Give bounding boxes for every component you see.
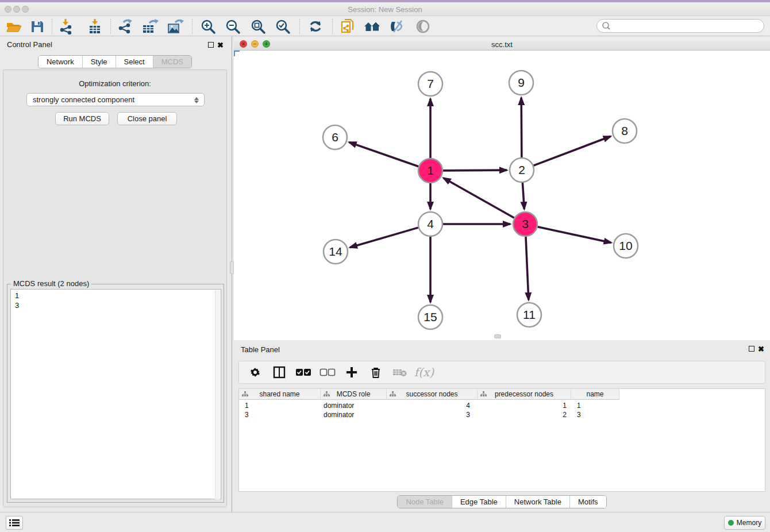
graph-edge-3-10[interactable] (537, 227, 611, 243)
float-panel-icon[interactable] (749, 346, 754, 352)
zoom-fit-icon[interactable] (248, 18, 268, 35)
import-network-icon[interactable] (56, 18, 76, 35)
close-panel-icon[interactable]: ✖ (217, 41, 224, 49)
table-panel-title: Table Panel (241, 345, 280, 354)
gear-icon[interactable] (247, 364, 263, 380)
deselect-all-checkboxes-icon[interactable] (319, 364, 336, 380)
table-row[interactable]: 1 dominator 4 1 1 (239, 401, 765, 410)
graph-edge-2-9[interactable] (521, 98, 522, 157)
zoom-in-icon[interactable] (198, 18, 218, 35)
cell-name[interactable]: 1 (577, 401, 581, 410)
graph-edge-1-2[interactable] (443, 170, 507, 171)
close-panel-button[interactable]: Close panel (117, 112, 177, 125)
graph-node-14[interactable]: 14 (324, 240, 348, 264)
graph-node-10[interactable]: 10 (614, 234, 638, 258)
graph-edge-3-1[interactable] (444, 178, 514, 218)
tab-select[interactable]: Select (116, 56, 153, 68)
column-header-name[interactable]: name (571, 389, 619, 400)
graph-node-3[interactable]: 3 (513, 212, 537, 236)
graph-node-11[interactable]: 11 (517, 303, 541, 327)
select-all-checkboxes-icon[interactable] (295, 364, 311, 380)
graph-edge-3-11[interactable] (526, 237, 529, 300)
search-input[interactable] (611, 20, 764, 32)
column-header-successor-nodes[interactable]: successor nodes (387, 389, 478, 400)
graph-edge-2-3[interactable] (522, 183, 524, 209)
tab-network[interactable]: Network (38, 56, 82, 68)
memory-label: Memory (737, 519, 761, 527)
open-session-icon[interactable] (3, 18, 23, 35)
cell-predecessor-nodes[interactable]: 2 (478, 410, 567, 419)
focus-corner (234, 51, 240, 56)
delete-column-icon[interactable] (368, 364, 384, 380)
splitter-grip[interactable] (230, 261, 234, 274)
table-row[interactable]: 3 dominator 3 2 3 (239, 410, 765, 419)
show-panels-icon[interactable] (413, 18, 433, 35)
cell-successor-nodes[interactable]: 4 (387, 401, 470, 410)
cell-predecessor-nodes[interactable]: 1 (478, 401, 567, 410)
horizontal-splitter-grip[interactable] (494, 334, 501, 338)
graph-node-15[interactable]: 15 (418, 305, 442, 329)
main-toolbar (0, 16, 770, 36)
save-session-icon[interactable] (28, 18, 47, 35)
control-panel: Control Panel ✖ Network Style Select MCD… (0, 36, 230, 512)
mcds-result-group: MCDS result (2 nodes) 1 3 (7, 284, 224, 503)
close-panel-icon[interactable]: ✖ (758, 345, 764, 353)
export-image-icon[interactable] (165, 18, 185, 35)
export-network-icon[interactable] (115, 18, 134, 35)
svg-text:4: 4 (427, 217, 434, 230)
control-panel-title: Control Panel (7, 40, 52, 49)
tab-mcds[interactable]: MCDS (153, 56, 191, 68)
tab-node-table[interactable]: Node Table (398, 496, 452, 508)
graph-node-2[interactable]: 2 (510, 158, 534, 182)
graph-node-7[interactable]: 7 (418, 72, 442, 96)
add-column-icon[interactable] (344, 364, 360, 380)
float-panel-icon[interactable] (208, 42, 214, 48)
graph-node-4[interactable]: 4 (418, 212, 442, 236)
session-home-icon[interactable] (363, 18, 382, 35)
memory-button[interactable]: Memory (724, 516, 765, 530)
cell-successor-nodes[interactable]: 3 (387, 410, 470, 419)
column-header-shared-name[interactable]: shared name (239, 389, 321, 400)
graph-edge-2-8[interactable] (534, 136, 611, 165)
vertical-splitter[interactable] (230, 36, 234, 512)
tab-motifs[interactable]: Motifs (569, 496, 606, 508)
graph-node-8[interactable]: 8 (613, 119, 637, 143)
graph-node-9[interactable]: 9 (509, 71, 533, 95)
table-panel: Table Panel ✖ (234, 340, 770, 512)
column-header-predecessor-nodes[interactable]: predecessor nodes (478, 389, 571, 400)
export-table-icon[interactable] (140, 18, 160, 35)
cell-mcds-role[interactable]: dominator (324, 401, 354, 410)
cell-name[interactable]: 3 (577, 410, 581, 419)
import-table-icon[interactable] (85, 18, 105, 35)
zoom-out-icon[interactable] (223, 18, 242, 35)
svg-text:1: 1 (427, 164, 434, 177)
graph-edge-4-14[interactable] (350, 228, 418, 248)
graph-edge-1-6[interactable] (349, 142, 419, 167)
table-toolbar: f(x) (238, 361, 765, 384)
zoom-selected-icon[interactable] (273, 18, 292, 35)
graph-node-1[interactable]: 1 (418, 159, 442, 183)
svg-text:14: 14 (329, 245, 342, 258)
result-scrollbar[interactable] (215, 290, 220, 499)
optimization-criterion-select[interactable]: strongly connected component (26, 93, 205, 106)
column-header-mcds-role[interactable]: MCDS role (321, 389, 387, 400)
tab-edge-table[interactable]: Edge Table (452, 496, 506, 508)
svg-text:3: 3 (522, 217, 529, 230)
tab-style[interactable]: Style (82, 56, 116, 68)
cell-shared-name[interactable]: 3 (245, 410, 249, 419)
mcds-result-textarea[interactable]: 1 3 (10, 289, 221, 499)
clone-network-icon[interactable] (338, 18, 357, 35)
tab-network-table[interactable]: Network Table (506, 496, 569, 508)
hide-panels-icon[interactable] (387, 18, 407, 35)
toolbar-separator (332, 19, 333, 34)
apply-layout-icon[interactable] (306, 18, 325, 35)
cell-mcds-role[interactable]: dominator (324, 410, 354, 419)
run-mcds-button[interactable]: Run MCDS (55, 112, 109, 125)
cell-shared-name[interactable]: 1 (245, 401, 249, 410)
network-canvas[interactable]: 7968124314101511 (234, 51, 770, 340)
task-history-button[interactable] (6, 516, 23, 530)
optimization-criterion-value: strongly connected component (33, 95, 134, 104)
split-columns-icon[interactable] (271, 364, 287, 380)
graph-node-6[interactable]: 6 (323, 125, 347, 149)
list-icon (9, 519, 20, 527)
